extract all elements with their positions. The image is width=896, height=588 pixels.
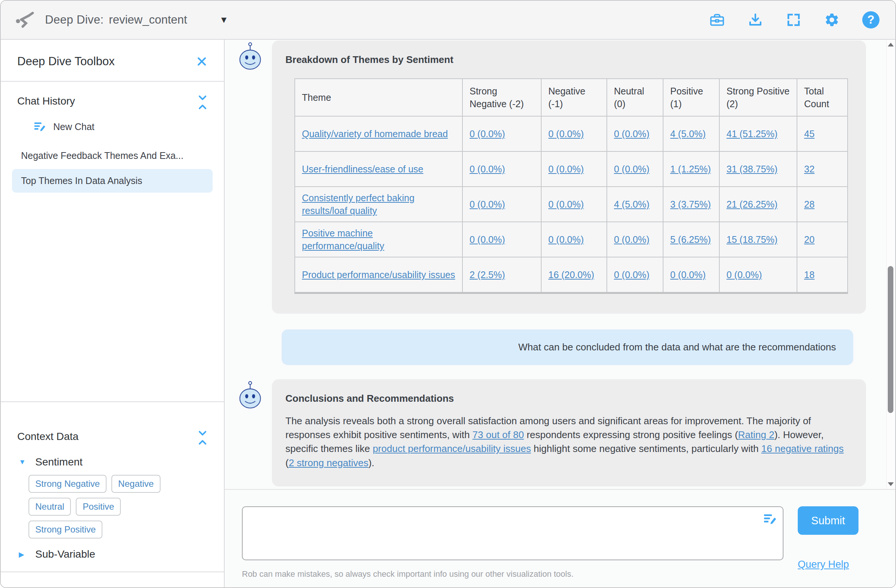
count-link[interactable]: 0 (0.0%) <box>469 199 505 210</box>
count-cell: 0 (0.0%) <box>462 151 541 187</box>
table-row: User-friendliness/ease of use0 (0.0%)0 (… <box>295 151 847 187</box>
theme-link[interactable]: Positive machine performance/quality <box>302 228 384 251</box>
theme-cell: User-friendliness/ease of use <box>295 151 462 187</box>
count-cell: 0 (0.0%) <box>462 116 541 151</box>
chat-history-header: Chat History <box>1 82 224 111</box>
count-link[interactable]: 2 (2.5%) <box>469 269 505 280</box>
theme-link[interactable]: Product performance/usability issues <box>302 269 455 280</box>
count-link[interactable]: 32 <box>804 164 815 174</box>
count-cell: 28 <box>797 187 847 222</box>
count-link[interactable]: 0 (0.0%) <box>614 234 649 245</box>
count-cell: 0 (0.0%) <box>462 187 541 222</box>
sentiment-table-body: Quality/variety of homemade bread0 (0.0%… <box>295 116 847 292</box>
scroll-down-arrow-icon[interactable] <box>888 482 894 486</box>
app-window: Deep Dive: review_content ▼ <box>0 0 896 588</box>
help-icon[interactable]: ? <box>862 11 879 29</box>
toolbox-icon[interactable] <box>709 12 725 28</box>
count-link[interactable]: 4 (5.0%) <box>670 129 706 139</box>
count-link[interactable]: 0 (0.0%) <box>469 129 505 139</box>
dataset-dropdown-caret-icon[interactable]: ▼ <box>219 15 229 25</box>
count-link[interactable]: 0 (0.0%) <box>614 269 649 280</box>
count-link[interactable]: 0 (0.0%) <box>670 269 706 280</box>
collapse-section-icon[interactable] <box>198 430 207 443</box>
chat-history-item[interactable]: Top Themes In Data Analysis <box>12 169 213 193</box>
sentiment-tree-row[interactable]: ▼ Sentiment <box>1 446 224 471</box>
new-chat-button[interactable]: New Chat <box>1 111 224 136</box>
sub-variable-tree-row[interactable]: ▶ Sub-Variable <box>1 539 224 571</box>
sentiment-chip-list: Strong NegativeNegativeNeutralPositiveSt… <box>1 471 203 539</box>
count-link[interactable]: 0 (0.0%) <box>469 164 505 174</box>
theme-link[interactable]: Quality/variety of homemade bread <box>302 129 448 139</box>
table-row: Positive machine performance/quality0 (0… <box>295 222 847 257</box>
close-icon[interactable] <box>196 56 207 67</box>
scrollbar-thumb[interactable] <box>888 266 893 413</box>
inline-link[interactable]: 73 out of 80 <box>472 429 524 441</box>
count-link[interactable]: 18 <box>804 269 815 280</box>
collapse-section-icon[interactable] <box>198 94 207 108</box>
download-icon[interactable] <box>747 12 763 28</box>
sidebar-lower: Context Data ▼ Sentiment Strong Negative… <box>1 401 224 587</box>
count-link[interactable]: 16 (20.0%) <box>548 269 594 280</box>
count-link[interactable]: 0 (0.0%) <box>548 129 584 139</box>
sentiment-chip[interactable]: Strong Positive <box>29 521 102 539</box>
disclaimer-text: Rob can make mistakes, so always check i… <box>242 569 783 579</box>
count-link[interactable]: 0 (0.0%) <box>548 199 584 210</box>
sentiment-chip[interactable]: Neutral <box>29 498 71 516</box>
count-cell: 0 (0.0%) <box>607 151 663 187</box>
count-link[interactable]: 31 (38.75%) <box>727 164 777 174</box>
count-cell: 0 (0.0%) <box>462 222 541 257</box>
submit-button[interactable]: Submit <box>798 506 858 535</box>
sentiment-chip[interactable]: Positive <box>76 498 121 516</box>
inline-link[interactable]: Rating 2 <box>738 429 774 441</box>
chat-scrollbar[interactable] <box>886 40 894 489</box>
count-cell: 0 (0.0%) <box>541 222 607 257</box>
compose-icon[interactable] <box>762 512 777 527</box>
chat-history-item[interactable]: Negative Feedback Themes And Exa... <box>12 144 213 167</box>
chevron-collapsed-icon[interactable]: ▶ <box>19 550 28 559</box>
count-link[interactable]: 1 (1.25%) <box>670 164 711 174</box>
inline-link[interactable]: 2 strong negatives <box>289 457 368 468</box>
count-cell: 21 (26.25%) <box>719 187 797 222</box>
inline-link[interactable]: 16 negative ratings <box>761 443 844 454</box>
sentiment-chip[interactable]: Negative <box>111 475 160 493</box>
scroll-up-arrow-icon[interactable] <box>888 43 894 47</box>
count-cell: 0 (0.0%) <box>607 116 663 151</box>
count-link[interactable]: 0 (0.0%) <box>548 164 584 174</box>
chevron-expanded-icon[interactable]: ▼ <box>19 458 28 466</box>
compose-icon <box>33 120 47 134</box>
chat-panel: Breakdown of Themes by Sentiment ThemeSt… <box>225 40 895 587</box>
count-link[interactable]: 45 <box>804 129 815 139</box>
column-header: Negative (-1) <box>541 79 607 116</box>
count-link[interactable]: 15 (18.75%) <box>727 234 777 245</box>
count-link[interactable]: 20 <box>804 234 815 245</box>
count-link[interactable]: 3 (3.75%) <box>670 199 711 210</box>
count-link[interactable]: 5 (6.25%) <box>670 234 711 245</box>
count-cell: 0 (0.0%) <box>719 257 797 292</box>
count-link[interactable]: 0 (0.0%) <box>614 129 649 139</box>
count-link[interactable]: 41 (51.25%) <box>727 129 777 139</box>
count-link[interactable]: 0 (0.0%) <box>614 164 649 174</box>
theme-link[interactable]: Consistently perfect baking results/loaf… <box>302 193 414 216</box>
table-message-title: Breakdown of Themes by Sentiment <box>285 54 851 65</box>
count-link[interactable]: 28 <box>804 199 815 210</box>
count-link[interactable]: 0 (0.0%) <box>548 234 584 245</box>
count-link[interactable]: 21 (26.25%) <box>727 199 777 210</box>
theme-link[interactable]: User-friendliness/ease of use <box>302 164 424 174</box>
query-help-link[interactable]: Query Help <box>798 559 849 570</box>
fullscreen-icon[interactable] <box>786 12 802 28</box>
sentiment-label: Sentiment <box>35 456 82 468</box>
count-cell: 20 <box>797 222 847 257</box>
query-input[interactable] <box>242 506 783 560</box>
count-link[interactable]: 4 (5.0%) <box>614 199 649 210</box>
table-row: Quality/variety of homemade bread0 (0.0%… <box>295 116 847 151</box>
count-cell: 0 (0.0%) <box>607 222 663 257</box>
count-link[interactable]: 0 (0.0%) <box>727 269 762 280</box>
column-header: Positive (1) <box>663 79 719 116</box>
bot-message-conclusion: Conclusions and Recommendations The anal… <box>225 379 895 486</box>
sentiment-chip[interactable]: Strong Negative <box>29 475 107 493</box>
inline-link[interactable]: product performance/usability issues <box>373 443 531 454</box>
count-cell: 0 (0.0%) <box>663 257 719 292</box>
count-link[interactable]: 0 (0.0%) <box>469 234 505 245</box>
settings-gear-icon[interactable] <box>824 12 840 28</box>
user-message-row: What can be concluded from the data and … <box>225 314 895 365</box>
